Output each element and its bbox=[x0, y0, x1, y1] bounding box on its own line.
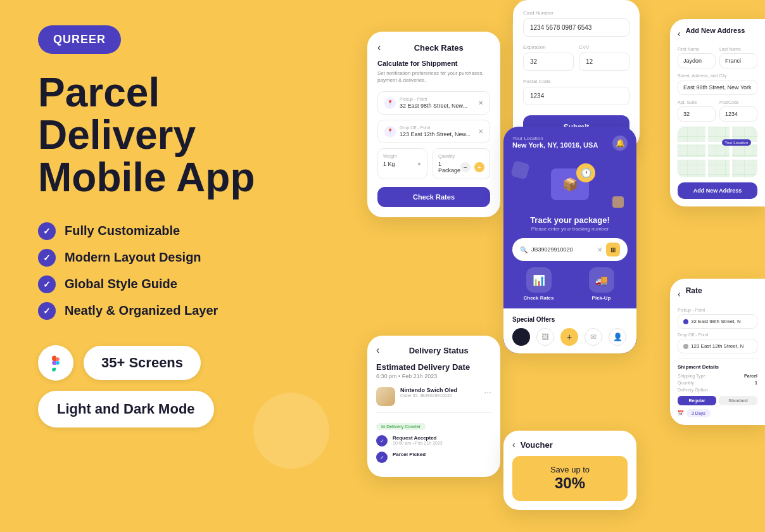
rate-quantity-row: Quantity 1 bbox=[678, 381, 757, 385]
rate-back-arrow[interactable]: ‹ bbox=[678, 289, 681, 299]
delivery-title: Estimated Delivery Date bbox=[376, 362, 491, 372]
expiration-input[interactable]: 32 bbox=[523, 53, 574, 71]
back-arrow-icon[interactable]: ‹ bbox=[377, 42, 381, 53]
address-back-arrow[interactable]: ‹ bbox=[678, 28, 681, 39]
voucher-title: Voucher bbox=[521, 440, 553, 450]
dark-mode-badge: Light and Dark Mode bbox=[38, 391, 214, 428]
first-name-label: First Name bbox=[678, 47, 716, 51]
check-icon-4: ✓ bbox=[38, 302, 56, 320]
voucher-percent: 30% bbox=[521, 474, 619, 492]
delivery-item-info: Nintendo Swich Oled Order ID: JB39029910… bbox=[400, 387, 479, 398]
pickup-value: 32 East 98th Street, New... bbox=[400, 103, 467, 109]
rate-pickup-section-label: Pickup - Point bbox=[678, 308, 757, 312]
check-rates-desc: Set notification preferences for your pu… bbox=[377, 70, 490, 84]
add-address-btn[interactable]: Add New Address bbox=[678, 182, 757, 199]
first-name-input[interactable]: Jaydon bbox=[678, 53, 716, 68]
dropoff-row: 📍 Drop Off - Point 123 East 12th Street,… bbox=[377, 120, 490, 143]
address-header-row: ‹ Add New Address bbox=[678, 27, 757, 41]
dropoff-label: Drop Off - Point bbox=[400, 125, 471, 130]
badges-row: 35+ Screens bbox=[38, 345, 304, 381]
rate-days-badge: 3 Days bbox=[686, 409, 711, 417]
check-rates-action[interactable]: 📊 Check Rates bbox=[512, 267, 565, 301]
screens-badge: 35+ Screens bbox=[84, 346, 201, 380]
feature-item-4: ✓ Neatly & Organized Layer bbox=[38, 302, 304, 320]
timeline-title-1: Request Accepted bbox=[393, 435, 443, 441]
check-rates-title: Check Rates bbox=[387, 43, 490, 53]
check-rates-subtitle: Calculate for Shippment bbox=[377, 60, 490, 67]
check-rates-action-label: Check Rates bbox=[512, 295, 565, 301]
postal-input[interactable]: 1234 bbox=[523, 87, 629, 105]
card-number-label: Card Number bbox=[523, 10, 629, 16]
feature-item-1: ✓ Fully Customizable bbox=[38, 222, 304, 240]
timeline-icon-1: ✓ bbox=[376, 435, 388, 446]
track-search-icons: ✕ ⊞ bbox=[597, 243, 620, 256]
apt-input[interactable]: 32 bbox=[678, 106, 716, 122]
quantity-label: Quantity bbox=[438, 154, 484, 158]
street-input[interactable]: East 98th Street, New York bbox=[678, 80, 757, 95]
cvv-input[interactable]: 12 bbox=[579, 53, 629, 71]
mockups-area: ‹ Check Rates Calculate for Shippment Se… bbox=[355, 0, 765, 532]
voucher-back-arrow[interactable]: ‹ bbox=[512, 440, 515, 450]
rate-option-standard[interactable]: Standard bbox=[719, 396, 757, 405]
qty-minus-btn[interactable]: − bbox=[460, 162, 471, 172]
offer-add-btn[interactable]: + bbox=[560, 328, 578, 346]
mockup-check-rates: ‹ Check Rates Calculate for Shippment Se… bbox=[367, 32, 500, 217]
offer-icon-mail[interactable]: ✉ bbox=[585, 328, 602, 346]
offer-circle-black bbox=[512, 328, 530, 346]
voucher-banner: Save up to 30% bbox=[512, 456, 628, 501]
pickup-label: Pickup - Point bbox=[400, 97, 467, 101]
map-location-pin: Your Location bbox=[722, 139, 751, 146]
rate-shipping-type-value: Parcel bbox=[744, 374, 757, 378]
delivery-header: ‹ Delivery Status bbox=[376, 345, 491, 356]
track-location-label: Your Location bbox=[512, 136, 598, 141]
status-badge: In Delivery Courier bbox=[376, 423, 426, 430]
dropoff-clear-btn[interactable]: ✕ bbox=[478, 128, 483, 135]
rate-quantity-label: Quantity bbox=[678, 381, 694, 385]
street-label: Street, Address, and City bbox=[678, 73, 757, 78]
check-rates-header: ‹ Check Rates bbox=[377, 42, 490, 53]
pickup-clear-btn[interactable]: ✕ bbox=[478, 99, 483, 106]
delivery-item-row: Nintendo Swich Oled Order ID: JB39029910… bbox=[376, 387, 491, 413]
postcode-group: PostCode 1234 bbox=[719, 100, 757, 122]
features-list: ✓ Fully Customizable ✓ Modern Layout Des… bbox=[38, 222, 304, 320]
search-icon: 🔍 bbox=[520, 246, 528, 253]
weight-value: 1 Kg ▼ bbox=[383, 161, 422, 167]
rate-option-regular[interactable]: Regular bbox=[678, 396, 716, 405]
check-rates-btn[interactable]: Check Rates bbox=[377, 187, 490, 207]
rate-dropoff-section-label: Drop Off - Point bbox=[678, 332, 757, 337]
weight-dropdown-icon[interactable]: ▼ bbox=[417, 162, 422, 167]
card-number-group: Card Number 1234 5678 0987 6543 bbox=[523, 10, 629, 37]
delivery-more-btn[interactable]: ··· bbox=[484, 387, 491, 397]
card-number-input[interactable]: 1234 5678 0987 6543 bbox=[523, 18, 629, 37]
address-title: Add New Address bbox=[686, 27, 745, 34]
exp-cvv-row: Expiration 32 CVV 12 bbox=[523, 44, 629, 79]
rate-title: Rate bbox=[686, 286, 702, 295]
delivery-back-arrow[interactable]: ‹ bbox=[376, 345, 379, 356]
weight-quantity-row: Weight 1 Kg ▼ Quantity 1 Package − + bbox=[377, 148, 490, 179]
map-road-h2 bbox=[678, 157, 757, 160]
qty-plus-btn[interactable]: + bbox=[474, 162, 484, 172]
weight-label: Weight bbox=[383, 154, 422, 158]
voucher-save-text: Save up to bbox=[521, 465, 619, 474]
offer-icon-person[interactable]: 👤 bbox=[609, 328, 626, 346]
notification-icon[interactable]: 🔔 bbox=[612, 136, 628, 151]
postcode-input[interactable]: 1234 bbox=[719, 106, 757, 122]
offer-icon-gallery[interactable]: 🖼 bbox=[536, 328, 554, 346]
scan-icon[interactable]: ⊞ bbox=[606, 243, 620, 256]
weight-box: Weight 1 Kg ▼ bbox=[377, 148, 427, 179]
pickup-action[interactable]: 🚚 Pick-Up bbox=[575, 267, 628, 301]
name-row: First Name Jaydon Last Name Franci bbox=[678, 47, 757, 73]
qty-controls: − + bbox=[460, 162, 484, 172]
delivery-date: 6:30 pm • Feb 21h 2023 bbox=[376, 373, 491, 379]
check-icon-2: ✓ bbox=[38, 249, 56, 267]
track-location-info: Your Location New York, NY, 10016, USA bbox=[512, 136, 598, 149]
logo-badge: QUREER bbox=[38, 25, 121, 54]
track-search[interactable]: 🔍 JB39029910020 ✕ ⊞ bbox=[512, 238, 628, 261]
track-illustration: 📦 🕐 bbox=[503, 156, 636, 213]
map-road-v2 bbox=[730, 127, 732, 177]
mockup-address: ‹ Add New Address First Name Jaydon Last… bbox=[670, 19, 765, 206]
track-clear-icon[interactable]: ✕ bbox=[597, 246, 602, 253]
last-name-input[interactable]: Franci bbox=[719, 53, 757, 68]
apt-group: Apt, Suite 32 bbox=[678, 100, 716, 122]
check-rates-action-icon: 📊 bbox=[526, 267, 552, 293]
